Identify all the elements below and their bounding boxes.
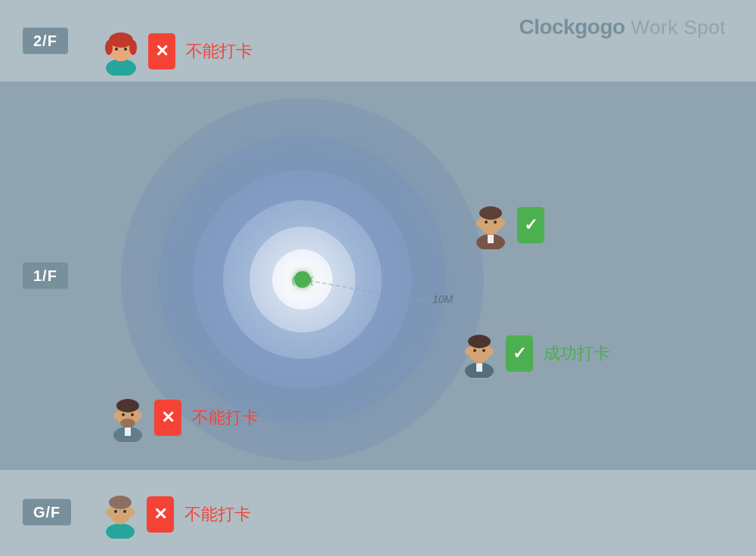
svg-point-42 — [129, 508, 135, 516]
svg-point-36 — [131, 413, 134, 416]
svg-point-4 — [109, 32, 133, 48]
fail-mark-gf: ✕ — [153, 506, 167, 523]
svg-point-41 — [106, 508, 112, 516]
svg-point-35 — [122, 413, 125, 416]
person-group-1f-right-bottom: ✓ 成功打卡 — [457, 329, 610, 378]
success-mark-1f-bottom: ✓ — [513, 345, 526, 362]
phone-fail-1f-left: ✕ — [154, 400, 181, 436]
svg-point-43 — [114, 510, 117, 513]
person-group-2f: ✕ 不能打卡 — [98, 26, 253, 76]
svg-point-7 — [115, 48, 118, 51]
svg-point-23 — [465, 348, 471, 355]
svg-point-14 — [476, 219, 482, 227]
fail-mark-1f-left: ✕ — [161, 409, 175, 426]
phone-fail-gf: ✕ — [147, 496, 174, 533]
person-group-1f-right-top: ✓ — [469, 200, 544, 249]
svg-point-32 — [120, 419, 135, 428]
svg-point-37 — [106, 524, 135, 539]
svg-point-40 — [109, 496, 132, 509]
avatar-1f-man-top — [469, 200, 513, 249]
floor-2f-label: 2/F — [23, 28, 68, 54]
svg-point-13 — [479, 206, 502, 220]
svg-point-26 — [482, 349, 485, 352]
distance-label: 10M — [432, 293, 453, 305]
person-group-1f-left: ✕ 不能打卡 — [106, 393, 259, 442]
brand-workspot-text: Work Spot — [631, 16, 726, 39]
svg-point-15 — [499, 219, 505, 227]
floor-gf-label: G/F — [23, 499, 71, 526]
success-mark-1f-top: ✓ — [524, 217, 538, 233]
svg-point-17 — [494, 221, 497, 224]
phone-fail-2f: ✕ — [148, 33, 175, 70]
svg-point-25 — [473, 349, 476, 352]
phone-success-1f-top: ✓ — [517, 207, 544, 243]
svg-point-16 — [485, 221, 488, 224]
beacon-dot — [294, 271, 311, 288]
avatar-2f-lady — [98, 26, 144, 76]
status-text-1f-fail: 不能打卡 — [192, 406, 259, 429]
svg-rect-19 — [476, 363, 482, 372]
fail-mark-2f: ✕ — [155, 43, 169, 60]
avatar-gf-person — [98, 490, 142, 539]
floor-1f-label: 1/F — [23, 263, 68, 289]
svg-point-22 — [468, 335, 491, 348]
svg-point-8 — [124, 48, 127, 51]
svg-point-33 — [113, 412, 119, 419]
brand-clockgogo-text: Clockgogo — [519, 15, 624, 39]
svg-point-24 — [488, 348, 494, 355]
status-text-gf: 不能打卡 — [184, 503, 251, 526]
svg-point-1 — [106, 59, 136, 76]
avatar-1f-man-bottom — [457, 329, 501, 378]
svg-point-5 — [105, 40, 113, 55]
svg-point-31 — [116, 399, 139, 412]
svg-point-6 — [129, 40, 137, 55]
svg-point-44 — [123, 510, 126, 513]
avatar-1f-man-left — [106, 393, 150, 442]
status-text-2f: 不能打卡 — [186, 40, 253, 63]
person-group-gf: ✕ 不能打卡 — [98, 490, 251, 539]
phone-success-1f-bottom: ✓ — [506, 335, 533, 372]
svg-rect-10 — [488, 234, 494, 243]
status-text-1f-success: 成功打卡 — [544, 342, 610, 365]
svg-rect-28 — [125, 427, 131, 436]
svg-point-34 — [136, 412, 142, 419]
branding-area: Clockgogo Work Spot — [519, 15, 726, 39]
